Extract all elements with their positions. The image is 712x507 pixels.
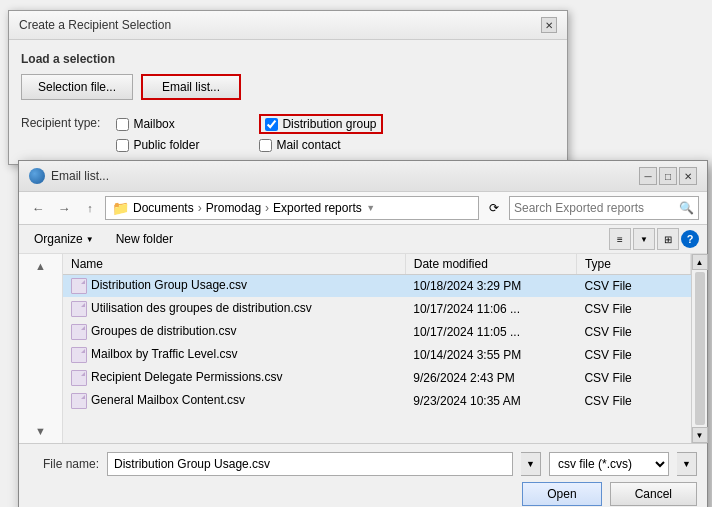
folder-icon-small: 📁 bbox=[112, 200, 129, 216]
mail-contact-checkbox[interactable] bbox=[259, 139, 272, 152]
up-button[interactable]: ↑ bbox=[79, 197, 101, 219]
mail-contact-checkbox-item: Mail contact bbox=[259, 138, 382, 152]
csv-file-icon bbox=[71, 324, 87, 340]
window-controls: ─ □ ✕ bbox=[639, 167, 697, 185]
file-date-cell: 9/23/2024 10:35 AM bbox=[405, 390, 576, 413]
scroll-left-down-icon[interactable]: ▼ bbox=[33, 423, 48, 439]
file-date-cell: 10/14/2024 3:55 PM bbox=[405, 344, 576, 367]
distribution-group-checkbox[interactable] bbox=[265, 118, 278, 131]
minimize-button[interactable]: ─ bbox=[639, 167, 657, 185]
search-box[interactable]: 🔍 bbox=[509, 196, 699, 220]
close-button[interactable]: ✕ bbox=[679, 167, 697, 185]
new-folder-label: New folder bbox=[116, 232, 173, 246]
organize-arrow-icon: ▼ bbox=[86, 235, 94, 244]
file-type-cell: CSV File bbox=[576, 298, 690, 321]
back-button[interactable]: ← bbox=[27, 197, 49, 219]
view-controls: ≡ ▼ ⊞ ? bbox=[609, 228, 699, 250]
path-promodag: Promodag bbox=[206, 201, 261, 215]
file-type-cell: CSV File bbox=[576, 344, 690, 367]
filename-row: File name: ▼ csv file (*.cvs) ▼ bbox=[29, 452, 697, 476]
mailbox-checkbox-item: Mailbox bbox=[116, 114, 239, 134]
recipient-type-label: Recipient type: bbox=[21, 114, 100, 130]
address-bar: ← → ↑ 📁 Documents › Promodag › Exported … bbox=[19, 192, 707, 225]
file-table: Name Date modified Type Distribution Gro… bbox=[63, 254, 691, 413]
file-name-cell: Mailbox by Traffic Level.csv bbox=[63, 344, 405, 367]
search-icon: 🔍 bbox=[679, 201, 694, 215]
email-list-button[interactable]: Email list... bbox=[141, 74, 241, 100]
open-button[interactable]: Open bbox=[522, 482, 601, 506]
forward-button[interactable]: → bbox=[53, 197, 75, 219]
globe-icon bbox=[29, 168, 45, 184]
table-row[interactable]: Distribution Group Usage.csv 10/18/2024 … bbox=[63, 275, 691, 298]
column-type-header[interactable]: Type bbox=[576, 254, 690, 275]
file-date-cell: 10/17/2024 11:05 ... bbox=[405, 321, 576, 344]
bg-dialog-close[interactable]: ✕ bbox=[541, 17, 557, 33]
refresh-button[interactable]: ⟳ bbox=[483, 197, 505, 219]
scroll-up-button[interactable]: ▲ bbox=[692, 254, 708, 270]
load-selection-row: Selection file... Email list... bbox=[21, 74, 555, 100]
maximize-button[interactable]: □ bbox=[659, 167, 677, 185]
file-date-cell: 9/26/2024 2:43 PM bbox=[405, 367, 576, 390]
recipient-type-section: Recipient type: Mailbox Distribution gro… bbox=[21, 114, 555, 152]
file-dialog-title-section: Email list... bbox=[29, 168, 109, 184]
path-dropdown-arrow[interactable]: ▼ bbox=[366, 197, 376, 219]
csv-file-icon bbox=[71, 393, 87, 409]
distribution-group-label: Distribution group bbox=[282, 117, 376, 131]
file-type-cell: CSV File bbox=[576, 367, 690, 390]
filename-dropdown-button[interactable]: ▼ bbox=[521, 452, 541, 476]
bottom-section: File name: ▼ csv file (*.cvs) ▼ Open Can… bbox=[19, 444, 707, 507]
view-details-button[interactable]: ≡ bbox=[609, 228, 631, 250]
help-button[interactable]: ? bbox=[681, 230, 699, 248]
mail-contact-label: Mail contact bbox=[276, 138, 340, 152]
file-dialog-titlebar: Email list... ─ □ ✕ bbox=[19, 161, 707, 192]
new-folder-button[interactable]: New folder bbox=[109, 229, 180, 249]
scroll-down-button[interactable]: ▼ bbox=[692, 427, 708, 443]
left-panel: ▲ ▼ bbox=[19, 254, 63, 443]
table-row[interactable]: Groupes de distribution.csv 10/17/2024 1… bbox=[63, 321, 691, 344]
file-list-container: ▲ ▼ Name Date modified Type Distribution… bbox=[19, 254, 707, 444]
csv-file-icon bbox=[71, 370, 87, 386]
distribution-group-checkbox-item: Distribution group bbox=[259, 114, 382, 134]
file-dialog-toolbar: Organize ▼ New folder ≡ ▼ ⊞ ? bbox=[19, 225, 707, 254]
filetype-dropdown-button[interactable]: ▼ bbox=[677, 452, 697, 476]
view-dropdown-button[interactable]: ▼ bbox=[633, 228, 655, 250]
table-row[interactable]: Utilisation des groupes de distribution.… bbox=[63, 298, 691, 321]
csv-file-icon bbox=[71, 301, 87, 317]
csv-file-icon bbox=[71, 278, 87, 294]
table-row[interactable]: General Mailbox Content.csv 9/23/2024 10… bbox=[63, 390, 691, 413]
organize-label: Organize bbox=[34, 232, 83, 246]
scroll-left-up-icon[interactable]: ▲ bbox=[33, 258, 48, 274]
path-sep-1: › bbox=[198, 201, 202, 215]
scroll-thumb[interactable] bbox=[695, 272, 705, 425]
file-date-cell: 10/17/2024 11:06 ... bbox=[405, 298, 576, 321]
file-type-cell: CSV File bbox=[576, 275, 690, 298]
csv-file-icon bbox=[71, 347, 87, 363]
action-row: Open Cancel bbox=[29, 482, 697, 506]
mailbox-checkbox[interactable] bbox=[116, 118, 129, 131]
file-name-cell: Utilisation des groupes de distribution.… bbox=[63, 298, 405, 321]
path-sep-2: › bbox=[265, 201, 269, 215]
filename-label: File name: bbox=[29, 457, 99, 471]
checkbox-group: Mailbox Distribution group Public folder… bbox=[116, 114, 382, 152]
filetype-select[interactable]: csv file (*.cvs) bbox=[549, 452, 669, 476]
file-date-cell: 10/18/2024 3:29 PM bbox=[405, 275, 576, 298]
file-name-cell: Recipient Delegate Permissions.csv bbox=[63, 367, 405, 390]
file-name-cell: Groupes de distribution.csv bbox=[63, 321, 405, 344]
recipient-selection-dialog: Create a Recipient Selection ✕ Load a se… bbox=[8, 10, 568, 165]
selection-file-button[interactable]: Selection file... bbox=[21, 74, 133, 100]
file-name-cell: Distribution Group Usage.csv bbox=[63, 275, 405, 298]
organize-button[interactable]: Organize ▼ bbox=[27, 229, 101, 249]
address-path[interactable]: 📁 Documents › Promodag › Exported report… bbox=[105, 196, 479, 220]
cancel-button[interactable]: Cancel bbox=[610, 482, 697, 506]
table-row[interactable]: Mailbox by Traffic Level.csv 10/14/2024 … bbox=[63, 344, 691, 367]
column-date-header[interactable]: Date modified bbox=[405, 254, 576, 275]
table-row[interactable]: Recipient Delegate Permissions.csv 9/26/… bbox=[63, 367, 691, 390]
public-folder-checkbox-item: Public folder bbox=[116, 138, 239, 152]
view-preview-button[interactable]: ⊞ bbox=[657, 228, 679, 250]
file-type-cell: CSV File bbox=[576, 321, 690, 344]
public-folder-checkbox[interactable] bbox=[116, 139, 129, 152]
public-folder-label: Public folder bbox=[133, 138, 199, 152]
filename-input[interactable] bbox=[107, 452, 513, 476]
search-input[interactable] bbox=[514, 201, 675, 215]
column-name-header[interactable]: Name bbox=[63, 254, 405, 275]
